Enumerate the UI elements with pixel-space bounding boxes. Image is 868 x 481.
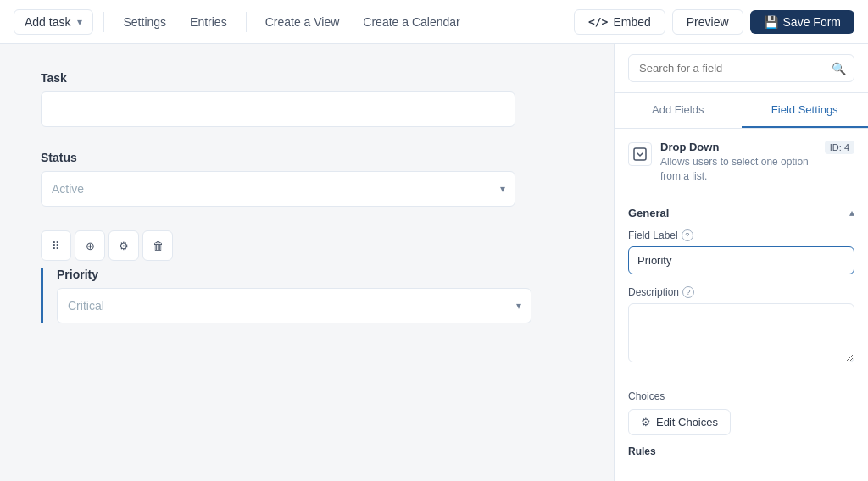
status-field-block: Status Active ▾	[41, 151, 573, 207]
add-field-button[interactable]: ⊕	[75, 230, 105, 261]
status-select-wrapper: Active ▾	[41, 171, 515, 207]
status-select[interactable]: Active	[41, 171, 515, 207]
trash-icon: 🗑	[153, 240, 164, 252]
preview-button[interactable]: Preview	[672, 9, 743, 35]
field-type-card: Drop Down Allows users to select one opt…	[615, 129, 868, 196]
dropdown-field-icon	[628, 142, 652, 166]
entries-nav-link[interactable]: Entries	[181, 10, 236, 34]
field-type-description: Allows users to select one option from a…	[660, 155, 816, 184]
main-layout: Task Status Active ▾ ⠿ ⊕ ⚙	[0, 44, 868, 481]
settings-nav-link[interactable]: Settings	[114, 10, 175, 34]
panel-tabs: Add Fields Field Settings	[615, 93, 868, 129]
field-toolbar: ⠿ ⊕ ⚙ 🗑	[41, 230, 573, 261]
field-label-group: Field Label ?	[628, 229, 854, 274]
top-nav: Add task ▾ Settings Entries Create a Vie…	[0, 0, 868, 44]
description-label: Description ?	[628, 286, 854, 298]
choices-section: Choices ⚙ Edit Choices	[615, 390, 868, 445]
edit-choices-button[interactable]: ⚙ Edit Choices	[628, 409, 731, 435]
tab-field-settings[interactable]: Field Settings	[742, 93, 869, 128]
field-type-info: Drop Down Allows users to select one opt…	[660, 141, 816, 184]
create-calendar-nav-link[interactable]: Create a Calendar	[354, 10, 468, 34]
drag-handle-button[interactable]: ⠿	[41, 230, 71, 261]
create-view-nav-link[interactable]: Create a View	[257, 10, 348, 34]
tab-add-fields[interactable]: Add Fields	[615, 93, 742, 128]
field-type-name: Drop Down	[660, 141, 816, 153]
priority-field-block: Priority Critical ▾	[41, 268, 573, 323]
embed-label: Embed	[613, 15, 650, 29]
add-task-chevron-icon: ▾	[77, 16, 82, 28]
search-input-wrap: 🔍	[628, 54, 854, 82]
field-id-badge: ID: 4	[825, 141, 854, 154]
settings-field-button[interactable]: ⚙	[108, 230, 139, 261]
priority-field-label: Priority	[57, 268, 573, 281]
field-label-input[interactable]	[628, 246, 854, 274]
save-form-button[interactable]: 💾 Save Form	[750, 10, 854, 34]
rules-label: Rules	[615, 445, 868, 464]
description-help-icon[interactable]: ?	[682, 286, 694, 298]
field-label-label: Field Label ?	[628, 229, 854, 241]
search-icon: 🔍	[832, 62, 846, 75]
general-section-label: General	[628, 207, 669, 219]
field-label-help-icon[interactable]: ?	[682, 229, 693, 241]
priority-select-wrapper: Critical ▾	[57, 288, 531, 323]
right-panel: 🔍 Add Fields Field Settings Drop Down Al…	[614, 44, 868, 481]
choices-label: Choices	[615, 390, 868, 402]
general-section-body: Field Label ? Description ?	[615, 229, 868, 390]
add-field-icon: ⊕	[86, 240, 95, 252]
priority-select[interactable]: Critical	[57, 288, 531, 323]
delete-field-button[interactable]: 🗑	[142, 230, 173, 261]
gear-icon: ⚙	[641, 416, 651, 428]
general-section-chevron-icon: ▴	[849, 207, 854, 218]
search-field-input[interactable]	[628, 54, 854, 82]
embed-button[interactable]: </> Embed	[574, 9, 665, 35]
save-label: Save Form	[783, 15, 841, 29]
task-field-block: Task	[41, 71, 573, 127]
settings-sliders-icon: ⚙	[119, 240, 129, 252]
add-task-button[interactable]: Add task ▾	[14, 9, 93, 35]
save-disk-icon: 💾	[764, 15, 778, 29]
rules-section: Rules	[615, 445, 868, 464]
general-section-header[interactable]: General ▴	[615, 196, 868, 229]
nav-divider-1	[103, 12, 104, 32]
embed-code-icon: </>	[588, 15, 608, 28]
description-group: Description ?	[628, 286, 854, 365]
svg-rect-0	[634, 148, 646, 160]
status-field-label: Status	[41, 151, 573, 164]
search-box: 🔍	[615, 44, 868, 93]
task-field-label: Task	[41, 71, 573, 85]
nav-divider-2	[246, 12, 247, 32]
description-textarea[interactable]	[628, 303, 854, 362]
task-input[interactable]	[41, 91, 515, 127]
edit-choices-label: Edit Choices	[656, 416, 718, 428]
add-task-label: Add task	[25, 15, 70, 29]
form-area: Task Status Active ▾ ⠿ ⊕ ⚙	[0, 44, 614, 481]
drag-dots-icon: ⠿	[52, 240, 60, 252]
